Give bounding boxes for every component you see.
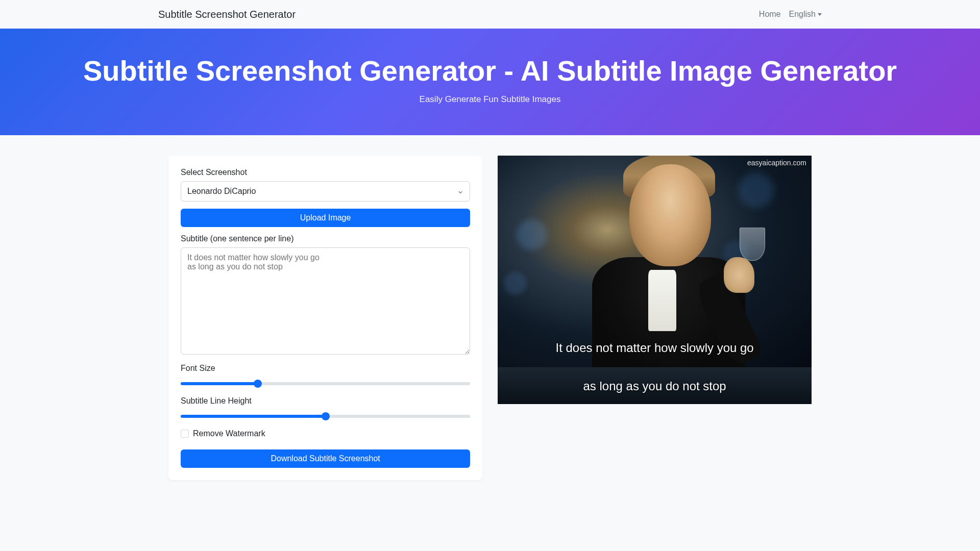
hero-title: Subtitle Screenshot Generator - AI Subti…: [0, 54, 980, 87]
chevron-down-icon: [457, 188, 463, 194]
figure-shirt: [648, 270, 676, 331]
watermark-text: easyaicaption.com: [747, 159, 806, 167]
screenshot-select[interactable]: Leonardo DiCaprio: [181, 181, 470, 202]
subtitle-textarea[interactable]: [181, 247, 470, 355]
remove-watermark-label: Remove Watermark: [193, 429, 265, 438]
preview-panel: easyaicaption.com It does not matter how…: [498, 156, 812, 404]
download-button[interactable]: Download Subtitle Screenshot: [181, 449, 470, 468]
figure-head: [629, 164, 711, 266]
hero-banner: Subtitle Screenshot Generator - AI Subti…: [0, 29, 980, 135]
font-size-slider[interactable]: [181, 382, 470, 385]
subtitle-strip: as long as you do not stop: [498, 367, 812, 404]
bokeh-light: [504, 272, 527, 295]
bokeh-light: [738, 172, 774, 208]
preview-image: easyaicaption.com It does not matter how…: [498, 156, 812, 367]
brand-title[interactable]: Subtitle Screenshot Generator: [158, 9, 296, 20]
main-content: Select Screenshot Leonardo DiCaprio Uplo…: [0, 135, 980, 500]
select-screenshot-label: Select Screenshot: [181, 168, 470, 177]
subtitle-line-2: as long as you do not stop: [583, 379, 726, 393]
remove-watermark-checkbox[interactable]: [181, 430, 189, 438]
figure-hand: [724, 257, 754, 293]
caret-down-icon: [818, 13, 822, 16]
language-dropdown[interactable]: English: [789, 10, 822, 19]
font-size-group: Font Size: [181, 364, 470, 387]
preview-frame: easyaicaption.com It does not matter how…: [498, 156, 812, 404]
nav-right: Home English: [759, 10, 822, 19]
hero-subtitle: Easily Generate Fun Subtitle Images: [0, 94, 980, 105]
subtitle-line-1: It does not matter how slowly you go: [498, 341, 812, 355]
language-label: English: [789, 10, 816, 19]
font-size-label: Font Size: [181, 364, 470, 373]
navbar: Subtitle Screenshot Generator Home Engli…: [0, 0, 980, 29]
subtitle-textarea-label: Subtitle (one sentence per line): [181, 234, 470, 243]
settings-panel: Select Screenshot Leonardo DiCaprio Uplo…: [168, 156, 482, 480]
line-height-group: Subtitle Line Height: [181, 396, 470, 420]
home-link[interactable]: Home: [759, 10, 781, 19]
remove-watermark-row: Remove Watermark: [181, 429, 470, 438]
select-value: Leonardo DiCaprio: [187, 187, 256, 196]
bokeh-light: [517, 219, 547, 250]
line-height-label: Subtitle Line Height: [181, 396, 470, 406]
upload-image-button[interactable]: Upload Image: [181, 209, 470, 227]
figure-glass: [740, 228, 765, 261]
line-height-slider[interactable]: [181, 415, 470, 418]
